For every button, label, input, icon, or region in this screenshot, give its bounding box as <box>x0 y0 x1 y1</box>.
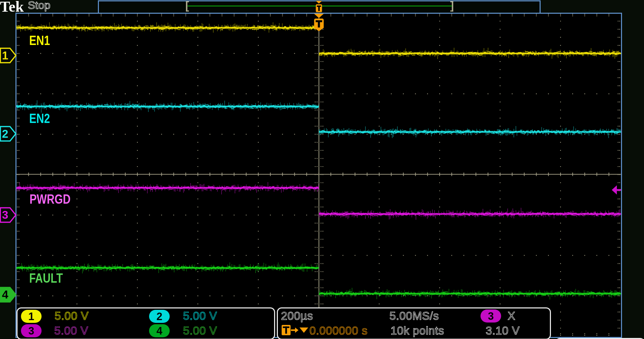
svg-text:4: 4 <box>2 288 9 301</box>
svg-text:2: 2 <box>2 127 8 140</box>
svg-text:3: 3 <box>2 208 8 221</box>
svg-text:1: 1 <box>2 49 8 62</box>
